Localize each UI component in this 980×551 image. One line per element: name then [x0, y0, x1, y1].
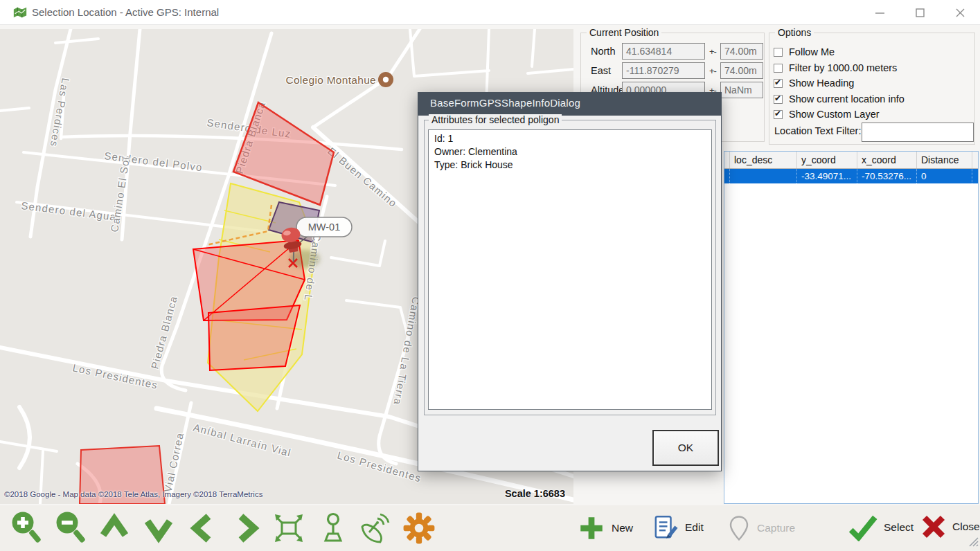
zoom-extent-icon: [272, 512, 305, 545]
show-location-info-option[interactable]: Show current location info: [774, 93, 905, 105]
current-position-title: Current Position: [587, 27, 661, 38]
dialog-titlebar[interactable]: BaseFormGPSShapeInfoDialog: [418, 93, 721, 116]
attributes-group: Attributes for selected poligon Id: 1 Ow…: [424, 120, 716, 415]
polygon-selected-south[interactable]: [208, 305, 300, 370]
north-label: North: [591, 46, 615, 57]
follow-me-label: Follow Me: [789, 46, 835, 57]
zoom-in-button[interactable]: [8, 509, 43, 547]
pan-down-button[interactable]: [141, 509, 176, 547]
follow-me-option[interactable]: Follow Me: [774, 46, 835, 58]
locations-table[interactable]: loc_desc y_coord x_coord Distance -33.49…: [724, 151, 979, 504]
poi-label: Colegio Montahue: [285, 74, 376, 86]
chevron-right-icon: [231, 512, 262, 544]
show-location-info-checkbox[interactable]: [774, 95, 783, 104]
capture-button[interactable]: Capture: [727, 514, 795, 543]
shape-info-dialog: BaseFormGPSShapeInfoDialog Attributes fo…: [418, 92, 722, 471]
location-text-filter-label: Location Text Filter:: [774, 125, 861, 136]
cell-distance[interactable]: 0: [917, 169, 972, 183]
options-group: Options Follow Me Filter by 1000.00 mete…: [769, 33, 975, 145]
app-map-icon: [12, 5, 28, 23]
resize-grip[interactable]: [967, 535, 979, 550]
gear-icon: [402, 511, 436, 545]
show-custom-layer-label: Show Custom Layer: [789, 109, 880, 120]
attribute-owner: Owner: Clementina: [434, 145, 706, 159]
chevron-down-icon: [143, 512, 175, 544]
bottom-toolbar: New Edit Capture Select Close: [0, 505, 980, 551]
edit-document-icon: [652, 514, 679, 541]
attribute-type: Type: Brick House: [434, 159, 706, 172]
pin-callout-label: MW-01: [308, 222, 340, 233]
column-header-distance[interactable]: Distance: [917, 152, 972, 168]
filter-distance-option[interactable]: Filter by 1000.00 meters: [774, 62, 897, 74]
filter-distance-checkbox[interactable]: [774, 64, 783, 73]
close-window-button[interactable]: [944, 0, 976, 25]
dialog-title: BaseFormGPSShapeInfoDialog: [430, 97, 580, 109]
show-custom-layer-checkbox[interactable]: [774, 110, 783, 119]
pan-right-button[interactable]: [229, 509, 264, 547]
show-heading-option[interactable]: Show Heading: [774, 77, 854, 89]
show-custom-layer-option[interactable]: Show Custom Layer: [774, 108, 880, 120]
attributes-group-title: Attributes for selected poligon: [429, 114, 562, 125]
attribute-id: Id: 1: [434, 132, 706, 145]
ok-button[interactable]: OK: [652, 430, 719, 466]
plus-icon: [577, 514, 606, 543]
edit-button[interactable]: Edit: [652, 514, 704, 541]
north-row: North 41.634814 +- 74.00m: [591, 43, 764, 60]
show-heading-checkbox[interactable]: [774, 79, 783, 88]
table-header-row: loc_desc y_coord x_coord Distance: [724, 152, 978, 169]
row-selector-header: [724, 152, 730, 168]
east-row: East -111.870279 +- 74.00m: [591, 62, 764, 79]
close-x-icon: [920, 514, 947, 540]
zoom-out-button[interactable]: [53, 509, 87, 547]
east-value-field[interactable]: -111.870279: [622, 62, 705, 79]
map-scale-label: Scale 1:6683: [505, 488, 565, 499]
window-title: Selection Location - Active GPS: Interna…: [32, 0, 219, 25]
settings-button[interactable]: [402, 509, 436, 547]
zoom-extent-button[interactable]: [271, 509, 306, 547]
pan-up-button[interactable]: [97, 509, 132, 547]
cell-x-coord[interactable]: -70.53276...: [857, 169, 917, 183]
location-text-filter-input[interactable]: [862, 123, 974, 142]
window-titlebar[interactable]: Selection Location - Active GPS: Interna…: [0, 0, 980, 25]
minimize-button[interactable]: [864, 0, 896, 25]
column-header-x-coord[interactable]: x_coord: [857, 152, 917, 168]
cell-y-coord[interactable]: -33.49071...: [797, 169, 857, 183]
east-label: East: [591, 65, 611, 76]
column-header-loc-desc[interactable]: loc_desc: [730, 152, 797, 168]
new-label: New: [612, 522, 633, 534]
pan-left-button[interactable]: [186, 509, 220, 547]
show-location-info-label: Show current location info: [789, 93, 905, 105]
zoom-in-icon: [10, 511, 42, 545]
row-selector-cell[interactable]: [724, 169, 730, 183]
capture-pin-icon: [727, 514, 751, 543]
column-header-y-coord[interactable]: y_coord: [797, 152, 857, 168]
show-heading-label: Show Heading: [789, 78, 854, 89]
altitude-accuracy-field[interactable]: NaNm: [720, 82, 763, 98]
map-attribution: ©2018 Google - Map data ©2018 Tele Atlas…: [4, 490, 262, 498]
poi-circle-dot: [383, 77, 389, 82]
set-location-button[interactable]: [316, 509, 350, 547]
follow-me-checkbox[interactable]: [774, 48, 783, 57]
maximize-button[interactable]: [904, 0, 936, 25]
east-accuracy-field[interactable]: 74.00m: [720, 62, 763, 79]
plus-minus-symbol: +-: [709, 66, 716, 76]
north-value-field[interactable]: 41.634814: [622, 43, 705, 60]
new-button[interactable]: New: [577, 514, 633, 543]
capture-label: Capture: [757, 522, 795, 534]
gps-satellite-button[interactable]: [356, 509, 391, 547]
north-accuracy-field[interactable]: 74.00m: [720, 43, 763, 60]
plus-minus-symbol: +-: [709, 46, 716, 57]
chevron-left-icon: [187, 512, 219, 544]
checkmark-icon: [848, 514, 878, 541]
surveyor-pin-icon: [317, 512, 350, 545]
table-row-selected[interactable]: -33.49071... -70.53276... 0: [724, 169, 978, 183]
chevron-up-icon: [98, 512, 130, 544]
options-title: Options: [775, 27, 814, 38]
zoom-out-icon: [54, 511, 86, 545]
select-label: Select: [884, 521, 914, 534]
select-button[interactable]: Select: [848, 514, 914, 541]
cell-loc-desc[interactable]: [730, 169, 797, 183]
close-label: Close: [952, 521, 980, 533]
attributes-list[interactable]: Id: 1 Owner: Clementina Type: Brick Hous…: [428, 129, 712, 410]
edit-label: Edit: [685, 521, 704, 534]
